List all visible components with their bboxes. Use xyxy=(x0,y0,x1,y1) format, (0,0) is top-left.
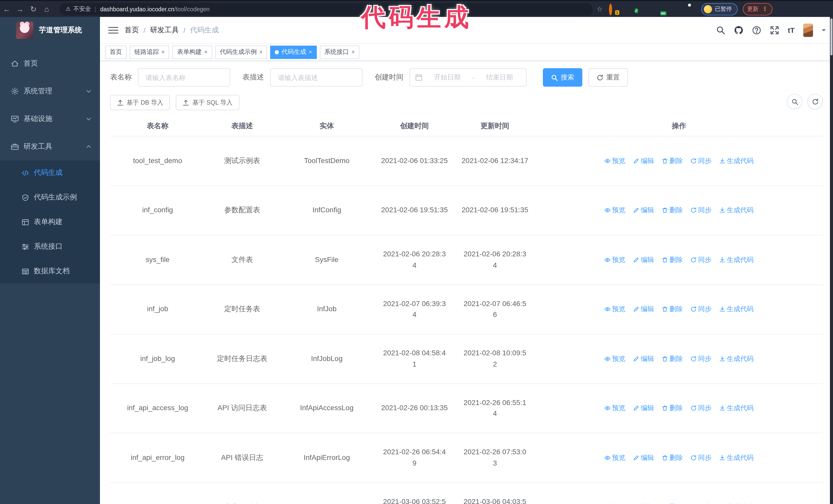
kebab-menu-icon[interactable]: ⋮ xyxy=(762,6,768,12)
preview-link[interactable]: 预览 xyxy=(604,255,625,265)
sync-link[interactable]: 同步 xyxy=(690,155,712,166)
sql-import-button[interactable]: 基于 SQL 导入 xyxy=(176,95,239,110)
sidebar-item-infra[interactable]: 基础设施 xyxy=(0,105,100,133)
sync-link[interactable]: 同步 xyxy=(690,403,712,413)
search-icon[interactable] xyxy=(716,25,725,34)
preview-link[interactable]: 预览 xyxy=(604,403,625,413)
font-size-icon[interactable]: tT xyxy=(788,26,794,34)
delete-link[interactable]: 删除 xyxy=(662,205,683,215)
extension-orange-ring-icon[interactable]: 1 xyxy=(609,5,617,13)
generate-code-link[interactable]: 生成代码 xyxy=(719,502,754,504)
preview-link[interactable]: 预览 xyxy=(604,304,625,314)
table-desc-input[interactable] xyxy=(278,74,355,81)
browser-reload-icon[interactable]: ↻ xyxy=(27,4,40,14)
refresh-table-button[interactable] xyxy=(807,94,823,109)
sync-link[interactable]: 同步 xyxy=(690,453,712,463)
preview-link[interactable]: 预览 xyxy=(604,155,625,166)
close-icon[interactable]: × xyxy=(162,49,165,55)
sidebar-item-codegen[interactable]: 代码生成 xyxy=(0,161,100,185)
close-icon[interactable]: × xyxy=(309,49,312,55)
delete-link[interactable]: 删除 xyxy=(662,255,683,265)
sync-link[interactable]: 同步 xyxy=(690,255,712,265)
tab[interactable]: 表单构建 × xyxy=(172,45,212,59)
avatar[interactable] xyxy=(803,23,813,37)
generate-code-link[interactable]: 生成代码 xyxy=(719,255,754,265)
help-icon[interactable] xyxy=(752,25,761,34)
extension-green-check-icon[interactable]: ✓ xyxy=(634,5,643,13)
edit-link[interactable]: 编辑 xyxy=(633,403,654,413)
github-icon[interactable] xyxy=(734,25,743,34)
show-search-button[interactable] xyxy=(787,94,802,109)
hamburger-icon[interactable] xyxy=(108,26,118,34)
generate-code-link[interactable]: 生成代码 xyxy=(719,205,754,215)
tab[interactable]: 代码生成 × xyxy=(270,45,317,59)
delete-link[interactable]: 删除 xyxy=(662,453,683,463)
sync-link[interactable]: 同步 xyxy=(690,205,712,215)
tab[interactable]: 链路追踪 × xyxy=(130,45,169,59)
end-date-placeholder[interactable]: 结束日期 xyxy=(478,73,521,82)
sidebar-item-system[interactable]: 系统管理 xyxy=(0,77,100,105)
table-name-input[interactable] xyxy=(146,74,222,81)
breadcrumb-devtools[interactable]: 研发工具 xyxy=(150,25,179,34)
delete-link[interactable]: 删除 xyxy=(662,354,683,364)
browser-home-icon[interactable]: ⌂ xyxy=(40,5,53,13)
browser-back-icon[interactable]: ← xyxy=(0,5,13,13)
search-button[interactable]: 搜索 xyxy=(543,68,582,87)
address-bar[interactable]: ⚠ 不安全 | dashboard.yudao.iocoder.cn/tool/… xyxy=(60,3,593,15)
profile-chip[interactable]: 已暂停 xyxy=(701,3,737,15)
tab[interactable]: 首页 xyxy=(105,45,127,59)
delete-link[interactable]: 删除 xyxy=(662,155,683,166)
close-icon[interactable]: × xyxy=(204,49,208,55)
edit-link[interactable]: 编辑 xyxy=(633,255,654,265)
caret-down-icon[interactable] xyxy=(822,29,826,33)
db-import-button[interactable]: 基于 DB 导入 xyxy=(110,95,170,110)
sidebar-item-form-builder[interactable]: 表单构建 xyxy=(0,210,100,234)
browser-scrollbar[interactable] xyxy=(830,17,833,504)
breadcrumb-home[interactable]: 首页 xyxy=(124,25,139,34)
sidebar-item-codegen-example[interactable]: 代码生成示例 xyxy=(0,185,100,210)
generate-code-link[interactable]: 生成代码 xyxy=(719,403,754,413)
scrollbar-thumb[interactable] xyxy=(830,19,832,55)
logo[interactable]: 芋道管理系统 xyxy=(0,17,100,44)
close-icon[interactable]: × xyxy=(352,49,355,55)
edit-link[interactable]: 编辑 xyxy=(633,155,654,166)
sidebar-item-devtools[interactable]: 研发工具 xyxy=(0,133,100,161)
edit-link[interactable]: 编辑 xyxy=(633,453,654,463)
edit-link[interactable]: 编辑 xyxy=(633,354,654,364)
generate-code-link[interactable]: 生成代码 xyxy=(719,304,754,314)
delete-link[interactable]: 删除 xyxy=(662,403,683,413)
not-secure-label[interactable]: 不安全 xyxy=(73,5,91,13)
extension-grid-icon[interactable] xyxy=(647,5,656,13)
sync-link[interactable]: 同步 xyxy=(690,354,712,364)
edit-link[interactable]: 编辑 xyxy=(633,502,654,504)
sidebar-item-home[interactable]: 首页 xyxy=(0,50,100,77)
edit-link[interactable]: 编辑 xyxy=(633,304,654,314)
start-date-placeholder[interactable]: 开始日期 xyxy=(426,73,469,82)
extensions-puzzle-icon[interactable] xyxy=(686,5,694,13)
close-icon[interactable]: × xyxy=(259,49,263,55)
sidebar-item-db-doc[interactable]: 数据库文档 xyxy=(0,259,100,284)
delete-link[interactable]: 删除 xyxy=(662,304,683,314)
date-range-picker[interactable]: 开始日期 - 结束日期 xyxy=(410,68,526,87)
tab[interactable]: 系统接口 × xyxy=(320,45,360,59)
generate-code-link[interactable]: 生成代码 xyxy=(719,453,754,463)
sync-link[interactable]: 同步 xyxy=(690,502,712,504)
extension-gem-icon[interactable] xyxy=(622,5,630,13)
update-button[interactable]: 更新 ⋮ xyxy=(742,3,772,15)
preview-link[interactable]: 预览 xyxy=(604,502,625,504)
preview-link[interactable]: 预览 xyxy=(604,205,625,215)
edit-link[interactable]: 编辑 xyxy=(633,205,654,215)
preview-link[interactable]: 预览 xyxy=(604,354,625,364)
preview-link[interactable]: 预览 xyxy=(604,453,625,463)
delete-link[interactable]: 删除 xyxy=(662,502,683,504)
browser-forward-icon[interactable]: → xyxy=(13,5,27,13)
generate-code-link[interactable]: 生成代码 xyxy=(719,354,754,364)
extension-green-bot-icon[interactable] xyxy=(673,5,681,13)
tab[interactable]: 代码生成示例 × xyxy=(215,45,267,59)
fullscreen-icon[interactable] xyxy=(770,25,779,34)
reset-button[interactable]: 重置 xyxy=(589,68,628,87)
bookmark-star-icon[interactable]: ☆ xyxy=(597,5,602,13)
sync-link[interactable]: 同步 xyxy=(690,304,712,314)
sidebar-item-system-api[interactable]: 系统接口 xyxy=(0,234,100,259)
extension-dark-on-icon[interactable]: on xyxy=(660,5,668,13)
